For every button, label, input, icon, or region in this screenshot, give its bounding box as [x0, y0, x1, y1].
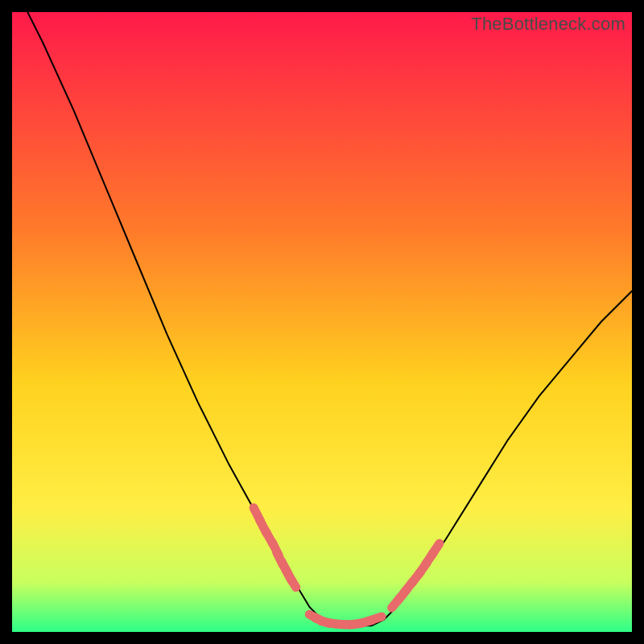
watermark-text: TheBottleneck.com [471, 14, 625, 35]
gradient-background [12, 12, 632, 632]
data-marker [368, 617, 382, 621]
bottleneck-chart [12, 12, 632, 632]
chart-frame: TheBottleneck.com [0, 0, 644, 644]
plot-area: TheBottleneck.com [12, 12, 632, 632]
